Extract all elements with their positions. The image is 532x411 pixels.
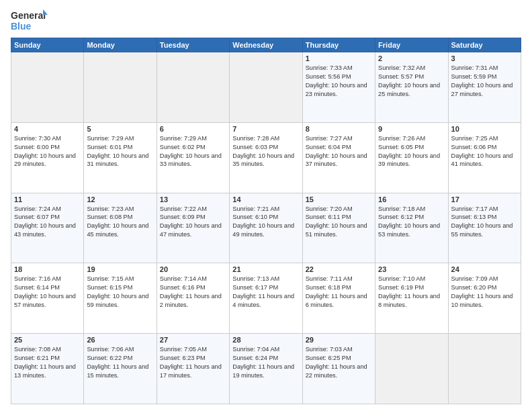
day-cell: 17 Sunrise: 7:17 AM Sunset: 6:13 PM Dayl… xyxy=(448,193,521,263)
day-info: Sunrise: 7:31 AM Sunset: 5:59 PM Dayligh… xyxy=(451,64,518,99)
day-info: Sunrise: 7:24 AM Sunset: 6:07 PM Dayligh… xyxy=(14,205,81,240)
day-number: 1 xyxy=(306,54,372,62)
day-info: Sunrise: 7:26 AM Sunset: 6:05 PM Dayligh… xyxy=(378,134,445,169)
sunrise: Sunrise: 7:33 AM xyxy=(306,64,372,73)
day-info: Sunrise: 7:10 AM Sunset: 6:19 PM Dayligh… xyxy=(378,275,445,310)
day-cell: 6 Sunrise: 7:29 AM Sunset: 6:02 PM Dayli… xyxy=(157,122,229,193)
sunrise: Sunrise: 7:10 AM xyxy=(378,275,445,283)
sunrise: Sunrise: 7:08 AM xyxy=(14,345,81,354)
daylight: Daylight: 10 hours and 39 minutes. xyxy=(378,152,445,169)
sunrise: Sunrise: 7:22 AM xyxy=(160,205,226,214)
svg-text:Blue: Blue xyxy=(11,21,32,32)
day-number: 7 xyxy=(232,125,299,133)
day-cell: 20 Sunrise: 7:14 AM Sunset: 6:16 PM Dayl… xyxy=(157,263,229,334)
sunset: Sunset: 6:18 PM xyxy=(306,283,372,292)
sunrise: Sunrise: 7:06 AM xyxy=(87,345,153,354)
day-cell: 16 Sunrise: 7:18 AM Sunset: 6:12 PM Dayl… xyxy=(375,193,448,263)
sunrise: Sunrise: 7:29 AM xyxy=(160,134,226,143)
week-row-3: 11 Sunrise: 7:24 AM Sunset: 6:07 PM Dayl… xyxy=(11,193,521,263)
day-number: 20 xyxy=(160,265,226,273)
day-number: 14 xyxy=(232,195,299,203)
sunset: Sunset: 6:12 PM xyxy=(378,213,445,222)
day-info: Sunrise: 7:25 AM Sunset: 6:06 PM Dayligh… xyxy=(451,134,518,169)
header-row: SundayMondayTuesdayWednesdayThursdayFrid… xyxy=(11,38,521,52)
day-info: Sunrise: 7:29 AM Sunset: 6:02 PM Dayligh… xyxy=(160,134,226,169)
daylight: Daylight: 10 hours and 27 minutes. xyxy=(451,81,518,99)
daylight: Daylight: 11 hours and 17 minutes. xyxy=(160,363,226,380)
day-info: Sunrise: 7:11 AM Sunset: 6:18 PM Dayligh… xyxy=(306,275,372,310)
sunrise: Sunrise: 7:11 AM xyxy=(306,275,372,283)
day-number: 15 xyxy=(306,195,372,203)
day-number: 10 xyxy=(451,125,518,133)
sunset: Sunset: 6:08 PM xyxy=(87,213,153,222)
day-cell xyxy=(448,334,521,404)
sunset: Sunset: 6:01 PM xyxy=(87,143,153,152)
week-row-5: 25 Sunrise: 7:08 AM Sunset: 6:21 PM Dayl… xyxy=(11,334,521,404)
day-number: 16 xyxy=(378,195,445,203)
day-number: 21 xyxy=(232,265,299,273)
sunrise: Sunrise: 7:17 AM xyxy=(451,205,518,214)
sunrise: Sunrise: 7:21 AM xyxy=(232,205,299,214)
day-cell: 13 Sunrise: 7:22 AM Sunset: 6:09 PM Dayl… xyxy=(157,193,229,263)
day-number: 18 xyxy=(14,265,81,273)
day-number: 12 xyxy=(87,195,153,203)
daylight: Daylight: 10 hours and 43 minutes. xyxy=(14,222,81,239)
day-number: 11 xyxy=(14,195,81,203)
day-cell: 11 Sunrise: 7:24 AM Sunset: 6:07 PM Dayl… xyxy=(11,193,84,263)
day-cell: 19 Sunrise: 7:15 AM Sunset: 6:15 PM Dayl… xyxy=(84,263,157,334)
day-cell: 29 Sunrise: 7:03 AM Sunset: 6:25 PM Dayl… xyxy=(302,334,375,404)
sunset: Sunset: 6:20 PM xyxy=(451,283,518,292)
day-cell xyxy=(11,52,84,123)
sunrise: Sunrise: 7:13 AM xyxy=(232,275,299,283)
sunrise: Sunrise: 7:15 AM xyxy=(87,275,153,283)
sunrise: Sunrise: 7:14 AM xyxy=(160,275,226,283)
daylight: Daylight: 11 hours and 4 minutes. xyxy=(232,292,299,310)
day-info: Sunrise: 7:33 AM Sunset: 5:56 PM Dayligh… xyxy=(306,64,372,99)
sunrise: Sunrise: 7:25 AM xyxy=(451,134,518,143)
daylight: Daylight: 10 hours and 47 minutes. xyxy=(160,222,226,239)
calendar-body: 1 Sunrise: 7:33 AM Sunset: 5:56 PM Dayli… xyxy=(11,52,521,404)
day-cell: 8 Sunrise: 7:27 AM Sunset: 6:04 PM Dayli… xyxy=(302,122,375,193)
daylight: Daylight: 10 hours and 23 minutes. xyxy=(306,81,372,99)
sunrise: Sunrise: 7:27 AM xyxy=(306,134,372,143)
day-info: Sunrise: 7:16 AM Sunset: 6:14 PM Dayligh… xyxy=(14,275,81,310)
daylight: Daylight: 11 hours and 10 minutes. xyxy=(451,292,518,310)
day-info: Sunrise: 7:09 AM Sunset: 6:20 PM Dayligh… xyxy=(451,275,518,310)
day-info: Sunrise: 7:27 AM Sunset: 6:04 PM Dayligh… xyxy=(306,134,372,169)
day-cell: 21 Sunrise: 7:13 AM Sunset: 6:17 PM Dayl… xyxy=(230,263,302,334)
day-number: 8 xyxy=(306,125,372,133)
day-info: Sunrise: 7:20 AM Sunset: 6:11 PM Dayligh… xyxy=(306,205,372,240)
daylight: Daylight: 10 hours and 35 minutes. xyxy=(232,152,299,169)
day-number: 23 xyxy=(378,265,445,273)
sunrise: Sunrise: 7:24 AM xyxy=(14,205,81,214)
day-number: 2 xyxy=(378,54,445,62)
sunrise: Sunrise: 7:29 AM xyxy=(87,134,153,143)
header: General Blue xyxy=(11,8,521,34)
week-row-4: 18 Sunrise: 7:16 AM Sunset: 6:14 PM Dayl… xyxy=(11,263,521,334)
day-number: 22 xyxy=(306,265,372,273)
day-info: Sunrise: 7:23 AM Sunset: 6:08 PM Dayligh… xyxy=(87,205,153,240)
header-cell-wednesday: Wednesday xyxy=(230,38,302,52)
sunset: Sunset: 6:13 PM xyxy=(451,213,518,222)
sunset: Sunset: 6:02 PM xyxy=(160,143,226,152)
daylight: Daylight: 10 hours and 33 minutes. xyxy=(160,152,226,169)
day-cell: 28 Sunrise: 7:04 AM Sunset: 6:24 PM Dayl… xyxy=(230,334,302,404)
sunset: Sunset: 6:04 PM xyxy=(306,143,372,152)
sunset: Sunset: 6:21 PM xyxy=(14,354,81,363)
sunrise: Sunrise: 7:05 AM xyxy=(160,345,226,354)
day-info: Sunrise: 7:28 AM Sunset: 6:03 PM Dayligh… xyxy=(232,134,299,169)
sunset: Sunset: 6:22 PM xyxy=(87,354,153,363)
sunset: Sunset: 6:24 PM xyxy=(232,354,299,363)
daylight: Daylight: 10 hours and 59 minutes. xyxy=(87,292,153,310)
day-cell: 3 Sunrise: 7:31 AM Sunset: 5:59 PM Dayli… xyxy=(448,52,521,123)
day-cell: 15 Sunrise: 7:20 AM Sunset: 6:11 PM Dayl… xyxy=(302,193,375,263)
day-number: 6 xyxy=(160,125,226,133)
sunrise: Sunrise: 7:09 AM xyxy=(451,275,518,283)
sunrise: Sunrise: 7:18 AM xyxy=(378,205,445,214)
day-cell: 5 Sunrise: 7:29 AM Sunset: 6:01 PM Dayli… xyxy=(84,122,157,193)
daylight: Daylight: 11 hours and 19 minutes. xyxy=(232,363,299,380)
daylight: Daylight: 10 hours and 45 minutes. xyxy=(87,222,153,239)
daylight: Daylight: 11 hours and 22 minutes. xyxy=(306,363,372,380)
daylight: Daylight: 10 hours and 55 minutes. xyxy=(451,222,518,239)
header-cell-saturday: Saturday xyxy=(448,38,521,52)
